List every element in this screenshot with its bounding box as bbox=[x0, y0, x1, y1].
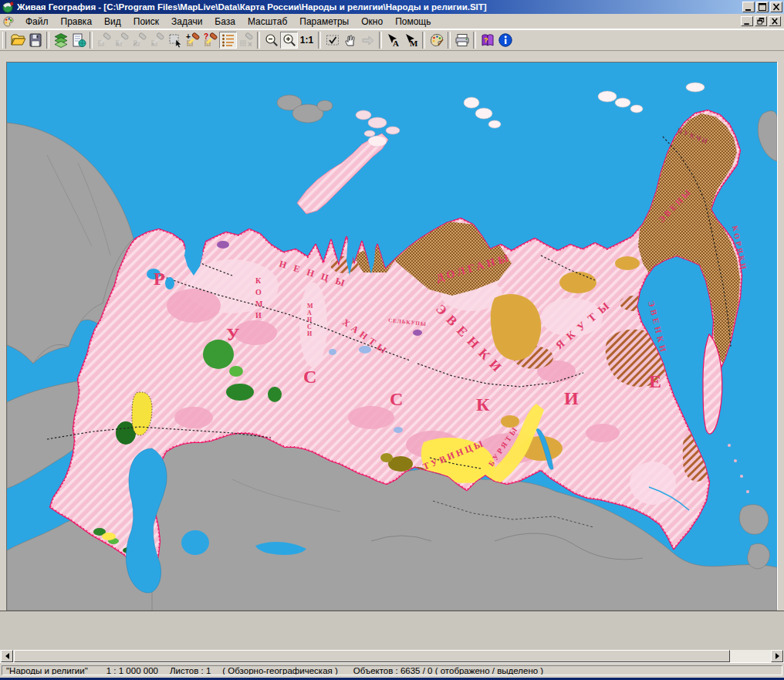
mdi-window-controls bbox=[741, 16, 781, 26]
document-icon[interactable] bbox=[2, 15, 15, 28]
check-frame-icon bbox=[325, 32, 340, 48]
layers-button[interactable] bbox=[52, 32, 69, 49]
status-bar: "Народы и религии" 1 : 1 000 000 Листов … bbox=[0, 662, 784, 680]
hand-icon bbox=[343, 32, 358, 48]
map-label: Е bbox=[649, 371, 661, 391]
map-viewport[interactable]: РУССКИЕНЕНЦЫКОМИМАНСИХАНТЫСЕЛЬКУПЫДОЛГАН… bbox=[6, 62, 777, 611]
menu-item-3[interactable]: Вид bbox=[98, 15, 127, 29]
scale-1-1-label: 1:1 bbox=[300, 35, 313, 46]
cursor-letter-m-icon: M bbox=[404, 32, 419, 48]
arrow-right-icon bbox=[360, 32, 376, 48]
svg-text:M: M bbox=[410, 39, 418, 48]
mdi-minimize-button[interactable] bbox=[741, 16, 753, 26]
select-rectangle-button[interactable] bbox=[166, 32, 184, 49]
minimize-button[interactable] bbox=[742, 2, 755, 12]
palette-button[interactable] bbox=[427, 32, 445, 49]
map-label: Р bbox=[154, 269, 165, 289]
zoom-in-button[interactable] bbox=[280, 32, 298, 49]
toolbar-separator bbox=[448, 32, 451, 49]
query-add-button[interactable]: + bbox=[184, 32, 201, 49]
map-label: У bbox=[226, 324, 240, 344]
menu-item-8[interactable]: Параметры bbox=[293, 15, 355, 29]
scale-1-1-button[interactable]: 1:1 bbox=[298, 32, 316, 49]
query-area-button bbox=[113, 32, 130, 49]
restore-icon bbox=[755, 17, 766, 25]
label-text-m-button[interactable]: M bbox=[402, 32, 420, 49]
layers-icon bbox=[53, 32, 69, 48]
toolbar-grip[interactable] bbox=[2, 32, 6, 49]
window-title: Живая География - [C:\Program Files\MapL… bbox=[17, 2, 487, 12]
open-folder-icon bbox=[10, 32, 25, 48]
print-button[interactable] bbox=[453, 32, 471, 49]
label-text-a-button[interactable]: A bbox=[384, 32, 402, 49]
map-label: М bbox=[255, 299, 263, 308]
map-label: И bbox=[255, 311, 262, 320]
minimize-icon bbox=[742, 17, 752, 25]
save-map-button[interactable] bbox=[26, 32, 44, 49]
menu-item-10[interactable]: Помощь bbox=[389, 15, 437, 29]
menu-item-2[interactable]: Правка bbox=[55, 15, 99, 29]
map-label: О bbox=[255, 288, 262, 296]
application-window: Живая География - [C:\Program Files\MapL… bbox=[0, 0, 784, 680]
map-label: М bbox=[307, 303, 313, 310]
mdi-close-button[interactable] bbox=[769, 16, 781, 26]
save-floppy-icon bbox=[28, 32, 43, 48]
menu-item-7[interactable]: Масштаб bbox=[242, 15, 293, 29]
maximize-button[interactable] bbox=[756, 2, 769, 12]
select-frame-button[interactable] bbox=[323, 32, 341, 49]
query-remove-icon: × bbox=[238, 32, 254, 48]
toolbar-separator bbox=[46, 32, 49, 49]
menu-item-6[interactable]: База bbox=[208, 15, 242, 29]
map-right-frame bbox=[777, 62, 784, 610]
document-globe-icon bbox=[71, 32, 86, 48]
map-label: С bbox=[307, 323, 312, 330]
status-scale: 1 : 1 000 000 bbox=[106, 666, 158, 675]
list-icon bbox=[221, 32, 236, 48]
menu-bar: ФайлПравкаВидПоискЗадачиБазаМасштабПарам… bbox=[0, 14, 784, 29]
map-report-button[interactable] bbox=[69, 32, 87, 49]
query-help-button[interactable]: ? bbox=[201, 32, 219, 49]
scroll-left-button[interactable] bbox=[1, 650, 13, 662]
map-label: С bbox=[303, 367, 316, 387]
query-select-button bbox=[95, 32, 113, 49]
query-point-button bbox=[148, 32, 166, 49]
svg-text:?: ? bbox=[204, 32, 208, 41]
query-lamp-icon bbox=[132, 32, 147, 48]
info-button[interactable] bbox=[496, 32, 514, 49]
info-icon bbox=[498, 32, 513, 48]
status-map-name: "Народы и религии" bbox=[6, 666, 88, 675]
open-map-button[interactable] bbox=[8, 32, 26, 49]
query-remove-button: × bbox=[237, 32, 255, 49]
menu-item-4[interactable]: Поиск bbox=[127, 15, 165, 29]
svg-text:?: ? bbox=[484, 36, 488, 44]
status-map-type: ( Обзорно-географическая ) bbox=[222, 666, 338, 675]
right-triangle-icon bbox=[776, 653, 779, 659]
mdi-restore-button[interactable] bbox=[755, 16, 767, 26]
zoom-in-icon bbox=[282, 32, 297, 48]
menu-items: ФайлПравкаВидПоискЗадачиБазаМасштабПарам… bbox=[19, 16, 438, 27]
palette-icon bbox=[429, 32, 444, 48]
close-button[interactable] bbox=[770, 2, 782, 12]
horizontal-scrollbar[interactable] bbox=[0, 650, 784, 662]
title-bar: Живая География - [C:\Program Files\MapL… bbox=[0, 0, 784, 14]
query-add-icon: + bbox=[185, 32, 201, 48]
ethnographic-map-of-russia[interactable]: РУССКИЕНЕНЦЫКОМИМАНСИХАНТЫСЕЛЬКУПЫДОЛГАН… bbox=[7, 63, 777, 611]
status-panel: "Народы и религии" 1 : 1 000 000 Листов … bbox=[2, 665, 782, 675]
zoom-out-button[interactable] bbox=[262, 32, 280, 49]
menu-item-5[interactable]: Задачи bbox=[165, 15, 208, 29]
menu-item-9[interactable]: Окно bbox=[355, 15, 389, 29]
object-list-button[interactable] bbox=[219, 32, 237, 49]
help-book-icon: ? bbox=[480, 32, 495, 48]
window-filler bbox=[0, 611, 784, 650]
help-book-button[interactable]: ? bbox=[478, 32, 496, 49]
scroll-right-button[interactable] bbox=[771, 650, 783, 662]
query-lamp-icon bbox=[114, 32, 130, 48]
scrollbar-thumb[interactable] bbox=[14, 650, 730, 662]
close-icon bbox=[771, 2, 782, 12]
toolbar-separator bbox=[318, 32, 321, 49]
menu-item-1[interactable]: Файл bbox=[19, 15, 55, 29]
map-label: И bbox=[307, 330, 313, 337]
svg-text:×: × bbox=[248, 40, 252, 48]
pan-hand-button[interactable] bbox=[341, 32, 359, 49]
svg-text:+: + bbox=[186, 32, 191, 41]
